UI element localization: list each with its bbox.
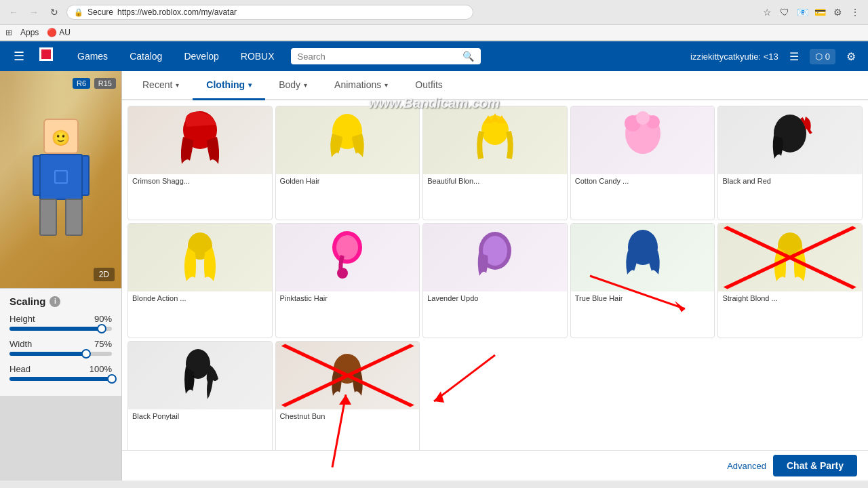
bookmark-apps[interactable]: Apps	[20, 28, 39, 37]
nav-games[interactable]: Games	[66, 44, 119, 68]
catalog-item-chestnut-bun[interactable]: Chestnut Bun	[275, 341, 420, 455]
item-img-cotton	[571, 106, 715, 174]
char-body	[39, 154, 83, 200]
apps-icon: ⊞	[5, 28, 12, 37]
tab-recent-chevron: ▾	[176, 81, 179, 89]
height-fill	[9, 327, 102, 331]
nav-catalog[interactable]: Catalog	[119, 44, 173, 68]
info-icon[interactable]: i	[50, 296, 60, 307]
tab-outfits-label: Outfits	[415, 79, 442, 90]
head-slider[interactable]	[9, 377, 112, 381]
item-name-straight-blonde: Straight Blond ...	[718, 291, 862, 306]
item-name-pinktastic: Pinktastic Hair	[276, 291, 420, 306]
tab-clothing-chevron: ▾	[248, 81, 252, 89]
catalog-item-black-ponytail[interactable]: Black Ponytail	[127, 341, 273, 455]
svg-rect-1	[41, 49, 51, 59]
search-input[interactable]	[298, 52, 458, 62]
tab-recent[interactable]: Recent ▾	[129, 71, 193, 100]
back-button[interactable]: ←	[5, 4, 22, 20]
height-slider-row: Height 90%	[9, 314, 112, 331]
catalog-item-cotton-candy[interactable]: Cotton Candy ...	[570, 106, 715, 220]
head-thumb[interactable]	[107, 374, 117, 384]
avatar-panel: R6 R15 🙂 2D Scaling i	[0, 71, 122, 481]
search-icon[interactable]: 🔍	[462, 51, 474, 62]
catalog-item-black-red[interactable]: Black and Red	[717, 106, 863, 220]
bottom-bar: Advanced Chat & Party	[122, 450, 868, 481]
robux-count: 0	[825, 52, 830, 62]
tab-clothing[interactable]: Clothing ▾	[193, 71, 265, 100]
browser-toolbar: ← → ↻ 🔒 Secure https://web.roblox.com/my…	[0, 0, 868, 25]
catalog-item-beautiful-blonde[interactable]: Beautiful Blon...	[422, 106, 568, 220]
chat-party-button[interactable]: Chat & Party	[773, 455, 857, 476]
nav-robux[interactable]: ROBUX	[230, 44, 285, 68]
catalog-item-crimson-shagg[interactable]: Crimson Shagg...	[127, 106, 273, 220]
item-img-crimson	[128, 106, 272, 174]
char-body-detail	[54, 170, 68, 184]
tab-animations-chevron: ▾	[384, 81, 388, 89]
forward-button[interactable]: →	[26, 4, 42, 20]
item-img-pinktastic	[276, 224, 420, 291]
char-left-leg	[39, 199, 57, 236]
width-thumb[interactable]	[81, 349, 91, 359]
tab-body-chevron: ▾	[304, 81, 307, 89]
robux-icon: ⬡	[815, 52, 823, 62]
robux-button[interactable]: ⬡ 0	[810, 49, 835, 64]
tab-outfits[interactable]: Outfits	[401, 71, 456, 100]
catalog-item-golden-hair[interactable]: Golden Hair	[275, 106, 420, 220]
item-name-beautiful: Beautiful Blon...	[423, 174, 567, 189]
item-img-lavender	[423, 224, 567, 291]
notifications-icon[interactable]: ☰	[785, 46, 803, 67]
avatar-preview: R6 R15 🙂 2D	[0, 71, 121, 288]
catalog-grid: Crimson Shagg... Golden Hair	[122, 100, 868, 461]
extension-icon-2[interactable]: 📧	[795, 5, 810, 20]
tab-animations[interactable]: Animations ▾	[321, 71, 401, 100]
username[interactable]: izziekittycatkyutie: <13	[690, 52, 778, 62]
extension-icon-4[interactable]: ⚙	[830, 5, 845, 20]
svg-point-17	[337, 268, 348, 279]
nav-right: izziekittycatkyutie: <13 ☰ ⬡ 0 ⚙	[690, 46, 860, 67]
catalog-item-blonde-action[interactable]: Blonde Action ...	[127, 223, 273, 338]
height-slider[interactable]	[9, 327, 112, 331]
roblox-nav: ☰ Games Catalog Develop ROBUX 🔍 izziekit…	[0, 41, 868, 71]
r6-badge[interactable]: R6	[73, 78, 90, 89]
item-img-straight-blonde	[718, 224, 862, 291]
r15-badge[interactable]: R15	[94, 78, 116, 89]
item-img-beautiful	[423, 106, 567, 174]
catalog-item-straight-blonde[interactable]: Straight Blond ...	[717, 223, 863, 338]
search-bar: 🔍	[291, 48, 481, 64]
extension-icon-3[interactable]: 💳	[812, 5, 827, 20]
item-name-blackred: Black and Red	[718, 174, 862, 189]
bookmark-au[interactable]: 🔴 AU	[47, 28, 71, 37]
head-slider-row: Head 100%	[9, 364, 112, 381]
item-name-cotton: Cotton Candy ...	[571, 174, 715, 189]
twod-button[interactable]: 2D	[94, 268, 115, 281]
nav-develop[interactable]: Develop	[173, 44, 229, 68]
catalog-item-pinktastic[interactable]: Pinktastic Hair	[275, 223, 420, 338]
height-thumb[interactable]	[97, 324, 106, 333]
catalog-tabs: Recent ▾ Clothing ▾ Body ▾ Animations ▾ …	[122, 71, 868, 100]
settings-icon[interactable]: ⚙	[842, 46, 860, 67]
char-face: 🙂	[52, 129, 70, 147]
tab-body[interactable]: Body ▾	[265, 71, 321, 100]
secure-label: Secure	[87, 7, 113, 17]
star-icon[interactable]: ☆	[760, 5, 774, 20]
item-name-chestnut: Chestnut Bun	[276, 409, 420, 424]
item-img-true-blue	[571, 224, 715, 291]
roblox-logo[interactable]	[37, 45, 56, 68]
hamburger-menu[interactable]: ☰	[8, 43, 30, 69]
tab-animations-label: Animations	[334, 79, 381, 90]
advanced-link[interactable]: Advanced	[727, 461, 766, 471]
catalog-item-lavender[interactable]: Lavender Updo	[422, 223, 568, 338]
head-label: Head	[9, 364, 31, 374]
bookmark-au-icon: 🔴	[47, 28, 57, 37]
extension-icon-1[interactable]: 🛡	[777, 5, 792, 20]
catalog-item-true-blue[interactable]: True Blue Hair	[570, 223, 715, 338]
chrome-menu[interactable]: ⋮	[848, 5, 863, 20]
address-bar[interactable]: 🔒 Secure https://web.roblox.com/my/avata…	[66, 5, 473, 20]
height-value: 90%	[94, 314, 112, 324]
item-name-true-blue: True Blue Hair	[571, 291, 715, 306]
refresh-button[interactable]: ↻	[46, 4, 62, 20]
width-slider[interactable]	[9, 352, 112, 356]
nav-links: Games Catalog Develop ROBUX	[66, 44, 285, 68]
char-right-leg	[65, 199, 83, 236]
